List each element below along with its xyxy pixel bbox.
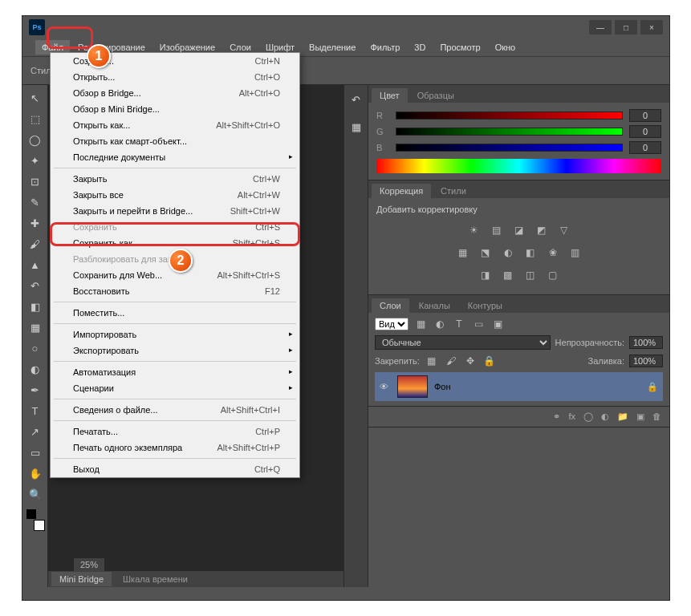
new-adjustment-icon[interactable]: ◐ — [601, 411, 609, 422]
threshold-icon[interactable]: ◫ — [523, 269, 538, 282]
menu-item[interactable]: Открыть...Ctrl+O — [51, 69, 299, 85]
tab-channels[interactable]: Каналы — [411, 298, 458, 313]
layer-row-background[interactable]: 👁 Фон 🔒 — [375, 372, 663, 401]
visibility-icon[interactable]: 👁 — [380, 382, 391, 391]
close-button[interactable]: × — [640, 20, 663, 34]
menu-item[interactable]: Открыть как...Alt+Shift+Ctrl+O — [51, 117, 299, 133]
tab-adjustments[interactable]: Коррекция — [372, 184, 431, 198]
curves-icon[interactable]: ◪ — [512, 224, 526, 237]
hand-tool[interactable]: ✋ — [26, 464, 45, 483]
filter-type-icon[interactable]: T — [452, 318, 466, 330]
menu-item[interactable]: Экспортировать — [51, 342, 299, 359]
channelmixer-icon[interactable]: ❀ — [546, 246, 560, 259]
menu-window[interactable]: Окно — [489, 40, 522, 55]
menu-item[interactable]: Сведения о файле...Alt+Shift+Ctrl+I — [51, 402, 299, 418]
lasso-tool[interactable]: ◯ — [26, 130, 45, 149]
lock-position-icon[interactable]: ✥ — [463, 355, 478, 367]
brush-tool[interactable]: 🖌 — [26, 234, 45, 253]
menu-item[interactable]: Автоматизация — [51, 364, 299, 380]
new-group-icon[interactable]: 📁 — [617, 411, 628, 422]
exposure-icon[interactable]: ◩ — [535, 224, 549, 237]
eyedropper-tool[interactable]: ✎ — [26, 192, 45, 212]
properties-panel-icon[interactable]: ▦ — [347, 117, 366, 136]
zoom-tool[interactable]: 🔍 — [26, 484, 45, 504]
tab-swatches[interactable]: Образцы — [409, 88, 462, 103]
blend-mode-select[interactable]: Обычные — [375, 335, 551, 350]
tab-timeline[interactable]: Шкала времени — [115, 572, 196, 586]
shape-tool[interactable]: ▭ — [26, 443, 45, 462]
filter-pixel-icon[interactable]: ▦ — [413, 318, 428, 330]
menu-item[interactable]: Последние документы — [51, 149, 299, 165]
lock-all-icon[interactable]: 🔒 — [482, 355, 497, 367]
b-value[interactable]: 0 — [629, 141, 661, 154]
brightness-icon[interactable]: ☀ — [467, 224, 482, 237]
gradient-tool[interactable]: ▦ — [26, 318, 45, 337]
bw-icon[interactable]: ◐ — [501, 246, 515, 259]
r-value[interactable]: 0 — [629, 109, 661, 122]
g-slider[interactable] — [396, 128, 623, 136]
menu-item[interactable]: ВыходCtrl+Q — [51, 461, 299, 477]
photofilter-icon[interactable]: ◧ — [523, 246, 538, 259]
r-slider[interactable] — [396, 111, 623, 120]
dodge-tool[interactable]: ◐ — [26, 359, 45, 379]
menu-view[interactable]: Просмотр — [433, 40, 486, 55]
tab-color[interactable]: Цвет — [372, 88, 408, 103]
filter-adjust-icon[interactable]: ◐ — [433, 318, 447, 330]
invert-icon[interactable]: ◨ — [478, 269, 493, 282]
magic-wand-tool[interactable]: ✦ — [26, 151, 45, 170]
menu-item[interactable]: Сценарии — [51, 380, 299, 396]
healing-tool[interactable]: ✚ — [26, 213, 45, 233]
zoom-status[interactable]: 25% — [74, 558, 104, 571]
tab-layers[interactable]: Слои — [372, 298, 409, 313]
menu-item[interactable]: Закрыть всеAlt+Ctrl+W — [51, 187, 299, 203]
move-tool[interactable]: ↖ — [26, 88, 45, 107]
colorlookup-icon[interactable]: ▥ — [568, 246, 583, 259]
eraser-tool[interactable]: ◧ — [26, 297, 45, 316]
opacity-input[interactable] — [629, 336, 663, 349]
delete-layer-icon[interactable]: 🗑 — [652, 411, 661, 422]
tab-styles[interactable]: Стили — [433, 184, 474, 198]
history-panel-icon[interactable]: ↶ — [347, 90, 366, 109]
filter-shape-icon[interactable]: ▭ — [471, 318, 486, 330]
menu-item[interactable]: Печатать...Ctrl+P — [51, 424, 299, 440]
menu-item[interactable]: Обзор в Bridge...Alt+Ctrl+O — [51, 85, 299, 101]
maximize-button[interactable]: □ — [615, 20, 637, 34]
tab-paths[interactable]: Контуры — [460, 298, 510, 313]
fill-input[interactable] — [629, 355, 663, 367]
history-brush-tool[interactable]: ↶ — [26, 276, 45, 295]
pen-tool[interactable]: ✒ — [26, 380, 45, 399]
hue-icon[interactable]: ▦ — [456, 246, 470, 259]
blur-tool[interactable]: ○ — [26, 338, 45, 358]
layer-mask-icon[interactable]: ◯ — [583, 411, 593, 422]
layer-filter-select[interactable]: Вид — [375, 318, 409, 330]
new-layer-icon[interactable]: ▣ — [636, 411, 644, 422]
menu-item[interactable]: Закрыть и перейти в Bridge...Shift+Ctrl+… — [51, 203, 299, 219]
layer-fx-icon[interactable]: fx — [568, 411, 575, 422]
menu-item[interactable]: Открыть как смарт-объект... — [51, 133, 299, 149]
crop-tool[interactable]: ⊡ — [26, 172, 45, 191]
gradientmap-icon[interactable]: ▢ — [546, 269, 560, 282]
lock-pixels-icon[interactable]: 🖌 — [444, 355, 458, 367]
filter-smart-icon[interactable]: ▣ — [490, 318, 505, 330]
layer-name[interactable]: Фон — [434, 382, 451, 391]
link-layers-icon[interactable]: ⚭ — [553, 411, 560, 422]
stamp-tool[interactable]: ▲ — [26, 255, 45, 274]
menu-item[interactable]: Печать одного экземпляраAlt+Shift+Ctrl+P — [51, 440, 299, 456]
vibrance-icon[interactable]: ▽ — [557, 224, 571, 237]
lock-transparent-icon[interactable]: ▦ — [425, 355, 439, 367]
path-select-tool[interactable]: ↗ — [26, 422, 45, 441]
menu-item[interactable]: Сохранить как...Shift+Ctrl+S — [51, 235, 299, 251]
menu-filter[interactable]: Фильтр — [364, 40, 406, 55]
menu-item[interactable]: ВосстановитьF12 — [51, 283, 299, 299]
menu-select[interactable]: Выделение — [303, 40, 362, 55]
g-value[interactable]: 0 — [629, 125, 661, 138]
menu-item[interactable]: Обзор в Mini Bridge... — [51, 101, 299, 117]
menu-item[interactable]: ЗакрытьCtrl+W — [51, 171, 299, 187]
spectrum-strip[interactable] — [376, 159, 661, 173]
posterize-icon[interactable]: ▩ — [501, 269, 515, 282]
marquee-tool[interactable]: ⬚ — [26, 109, 45, 128]
type-tool[interactable]: T — [26, 401, 45, 420]
colorbalance-icon[interactable]: ⬔ — [478, 246, 493, 259]
menu-item[interactable]: Поместить... — [51, 305, 299, 321]
foreground-background-color[interactable] — [26, 509, 45, 531]
